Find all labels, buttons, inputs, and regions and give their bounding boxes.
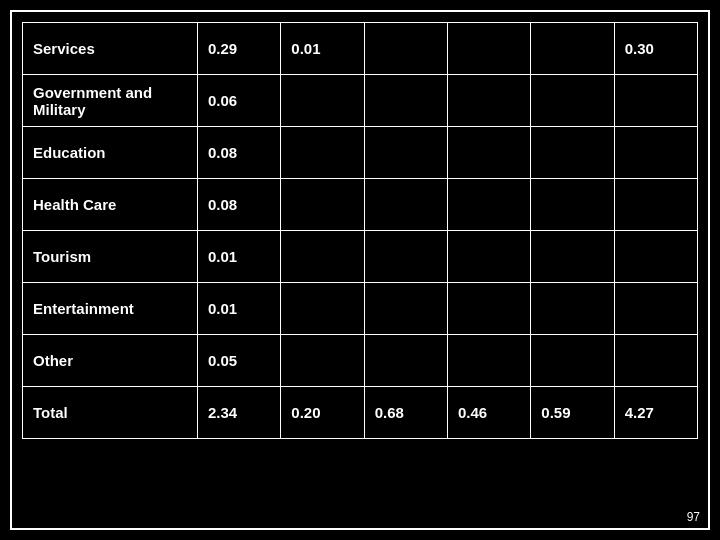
table-row: Government and Military0.06 [23, 75, 698, 127]
row-value: 0.08 [198, 127, 281, 179]
row-value: 0.01 [281, 23, 364, 75]
row-value: 0.20 [281, 387, 364, 439]
row-label: Other [23, 335, 198, 387]
row-value [447, 75, 530, 127]
row-label: Tourism [23, 231, 198, 283]
page-number: 97 [687, 510, 700, 524]
row-value [531, 127, 614, 179]
row-value [364, 23, 447, 75]
row-value: 0.06 [198, 75, 281, 127]
row-value: 0.59 [531, 387, 614, 439]
row-value: 4.27 [614, 387, 697, 439]
row-label: Health Care [23, 179, 198, 231]
row-value [281, 283, 364, 335]
row-value [447, 23, 530, 75]
row-value: 0.29 [198, 23, 281, 75]
row-value [447, 231, 530, 283]
row-label: Total [23, 387, 198, 439]
row-value [614, 335, 697, 387]
row-value [614, 75, 697, 127]
row-value [447, 283, 530, 335]
row-value [614, 179, 697, 231]
row-value [531, 75, 614, 127]
row-value [364, 127, 447, 179]
row-value [281, 127, 364, 179]
row-value: 0.01 [198, 231, 281, 283]
row-value [281, 335, 364, 387]
row-value [614, 127, 697, 179]
table-row: Tourism0.01 [23, 231, 698, 283]
data-table: Services0.290.010.30Government and Milit… [22, 22, 698, 439]
table-row: Services0.290.010.30 [23, 23, 698, 75]
row-value [364, 231, 447, 283]
row-value [364, 283, 447, 335]
page-wrapper: Services0.290.010.30Government and Milit… [10, 10, 710, 530]
row-value [531, 231, 614, 283]
table-row: Total2.340.200.680.460.594.27 [23, 387, 698, 439]
row-value: 0.01 [198, 283, 281, 335]
row-value [614, 231, 697, 283]
table-row: Education0.08 [23, 127, 698, 179]
row-label: Education [23, 127, 198, 179]
row-value [364, 179, 447, 231]
table-row: Other0.05 [23, 335, 698, 387]
row-value [281, 179, 364, 231]
row-value: 0.08 [198, 179, 281, 231]
row-value [531, 179, 614, 231]
row-value [281, 75, 364, 127]
row-value [531, 283, 614, 335]
row-label: Entertainment [23, 283, 198, 335]
row-value [447, 335, 530, 387]
table-row: Health Care0.08 [23, 179, 698, 231]
row-value: 0.68 [364, 387, 447, 439]
row-value [447, 179, 530, 231]
row-value: 0.46 [447, 387, 530, 439]
row-label: Services [23, 23, 198, 75]
row-value [281, 231, 364, 283]
table-row: Entertainment0.01 [23, 283, 698, 335]
row-value [531, 335, 614, 387]
row-value: 0.05 [198, 335, 281, 387]
row-value: 0.30 [614, 23, 697, 75]
row-label: Government and Military [23, 75, 198, 127]
row-value [614, 283, 697, 335]
row-value [364, 335, 447, 387]
row-value [364, 75, 447, 127]
row-value: 2.34 [198, 387, 281, 439]
row-value [531, 23, 614, 75]
row-value [447, 127, 530, 179]
